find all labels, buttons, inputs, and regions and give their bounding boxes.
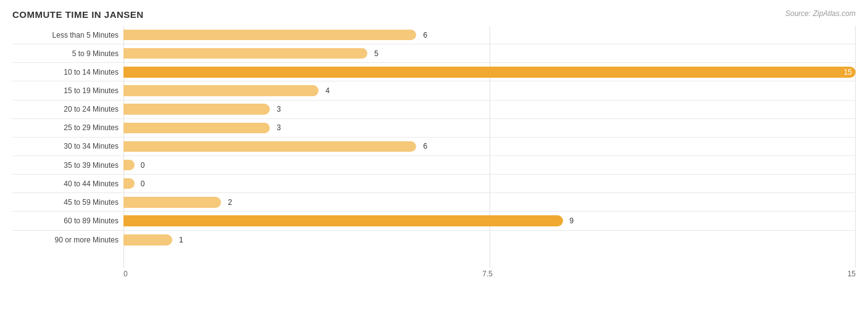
bar-track: 2	[123, 197, 856, 207]
bar-fill: 6	[123, 30, 416, 40]
bar-track: 6	[123, 141, 856, 152]
row-label: 30 to 34 Minutes	[12, 142, 123, 151]
row-label: 10 to 14 Minutes	[12, 68, 123, 76]
bar-value: 6	[420, 31, 427, 39]
bar-row: 35 to 39 Minutes0	[12, 156, 856, 175]
bar-track: 0	[123, 160, 856, 170]
row-label: 35 to 39 Minutes	[12, 161, 123, 170]
bar-fill	[123, 178, 135, 189]
bar-value: 6	[420, 142, 427, 151]
bar-track: 9	[123, 215, 856, 226]
bar-fill: 6	[123, 141, 416, 152]
bar-row: 15 to 19 Minutes4	[12, 81, 856, 100]
row-label: 5 to 9 Minutes	[12, 49, 123, 58]
bar-fill: 15	[123, 67, 856, 77]
bar-fill: 4	[123, 85, 319, 96]
bar-row: 10 to 14 Minutes15	[12, 63, 856, 81]
bar-row: 30 to 34 Minutes6	[12, 138, 856, 156]
bar-row: 60 to 89 Minutes9	[12, 212, 856, 230]
source-label: Source: ZipAtlas.com	[785, 9, 856, 18]
bar-value: 0	[138, 161, 145, 170]
bar-fill: 3	[123, 123, 270, 133]
bar-value: 3	[273, 123, 281, 132]
bar-row: 5 to 9 Minutes5	[12, 44, 856, 63]
row-label: 25 to 29 Minutes	[12, 123, 123, 132]
bar-value: 0	[138, 180, 145, 188]
bar-row: 25 to 29 Minutes3	[12, 119, 856, 138]
bar-fill: 1	[123, 234, 172, 246]
bar-track: 6	[123, 30, 856, 40]
x-axis-label: 15	[848, 270, 856, 278]
bar-value: 4	[322, 86, 330, 95]
bar-fill: 9	[123, 215, 563, 226]
bar-fill	[123, 160, 135, 170]
chart-container: COMMUTE TIME IN JANSEN Source: ZipAtlas.…	[0, 0, 868, 322]
bar-value: 5	[371, 49, 378, 58]
x-axis-label: 7.5	[482, 270, 493, 278]
rows-container: Less than 5 Minutes65 to 9 Minutes510 to…	[12, 26, 856, 268]
bar-row: 45 to 59 Minutes2	[12, 193, 856, 212]
bar-value: 9	[567, 217, 574, 225]
bar-row: Less than 5 Minutes6	[12, 26, 856, 44]
bar-fill: 3	[123, 104, 270, 114]
x-axis: 07.515	[123, 268, 856, 280]
bar-value: 15	[844, 68, 852, 76]
bar-track: 15	[123, 67, 856, 77]
bar-fill: 2	[123, 197, 221, 207]
bar-track: 1	[123, 234, 856, 246]
row-label: 90 or more Minutes	[12, 236, 123, 244]
bar-value: 2	[225, 198, 232, 207]
bar-track: 4	[123, 85, 856, 96]
row-label: 15 to 19 Minutes	[12, 86, 123, 95]
row-label: 40 to 44 Minutes	[12, 180, 123, 188]
row-label: 45 to 59 Minutes	[12, 198, 123, 207]
bar-track: 5	[123, 48, 856, 59]
bar-row: 90 or more Minutes1	[12, 231, 856, 249]
x-axis-label: 0	[123, 270, 128, 278]
row-label: 60 to 89 Minutes	[12, 217, 123, 225]
chart-title: COMMUTE TIME IN JANSEN	[12, 9, 856, 20]
bar-row: 20 to 24 Minutes3	[12, 101, 856, 119]
chart-area: Less than 5 Minutes65 to 9 Minutes510 to…	[12, 26, 856, 280]
bar-fill: 5	[123, 48, 367, 59]
bar-track: 3	[123, 104, 856, 114]
bar-value: 1	[176, 236, 183, 244]
bar-track: 0	[123, 178, 856, 189]
row-label: Less than 5 Minutes	[12, 31, 123, 39]
bar-track: 3	[123, 123, 856, 133]
row-label: 20 to 24 Minutes	[12, 105, 123, 114]
bar-row: 40 to 44 Minutes0	[12, 175, 856, 193]
bar-value: 3	[273, 105, 281, 114]
